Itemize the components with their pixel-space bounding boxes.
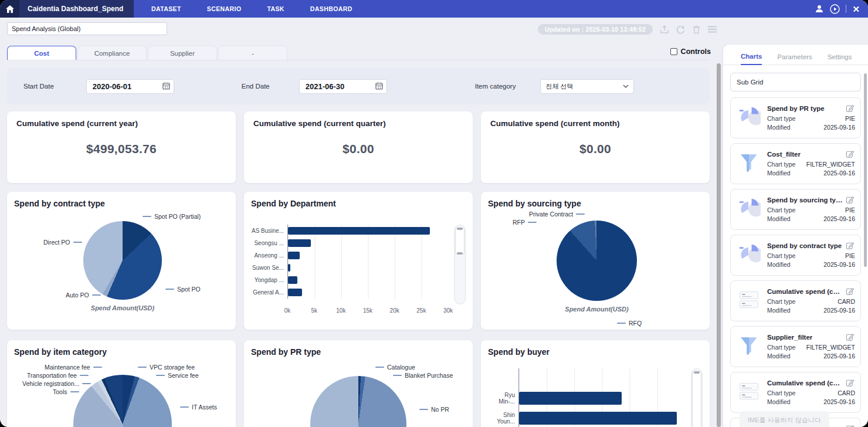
user-icon[interactable] (815, 4, 824, 13)
delete-icon[interactable] (693, 25, 700, 34)
modified-value: 2025-09-16 (823, 398, 855, 406)
tab-cost[interactable]: Cost (7, 46, 76, 60)
top-navbar: Caidentia Dashboard_Spend DATASET SCENAR… (0, 0, 868, 18)
leader-line (419, 409, 428, 410)
chart-list-item[interactable]: Spend by contract typeChart typePIEModif… (730, 235, 861, 276)
bar-category-labels: Ryu Min-...Shin Youn... (488, 368, 518, 427)
kpi-value: $0.00 (244, 142, 473, 156)
controls-toggle[interactable]: Controls (670, 48, 711, 56)
pie-chart-pr-type[interactable]: CatalogueBlanket PurchaseNo PR (251, 359, 466, 427)
pie-chart-sourcing-type[interactable]: RFQRFPPrivate ContractSpend Amount(USD) (488, 211, 703, 328)
main-scrollbar[interactable] (717, 63, 721, 427)
chart-title: Spend by sourcing type (488, 199, 703, 208)
calendar-icon[interactable] (375, 82, 383, 90)
pie-slice-label: Direct PO (43, 239, 82, 246)
edit-icon[interactable] (846, 241, 855, 250)
bar-chart-department[interactable]: AS Busine...Seongsu ...Anseong ...Suwon … (251, 211, 466, 328)
nav-item-dataset[interactable]: DATASET (143, 5, 189, 12)
edit-icon[interactable] (846, 195, 855, 204)
menu-icon[interactable] (708, 26, 717, 33)
end-date-input[interactable] (299, 79, 387, 94)
export-icon[interactable] (660, 25, 669, 34)
pie-contract_type (83, 221, 162, 300)
leader-line (92, 294, 101, 296)
chart-list-item[interactable]: Cost_filterChart typeFILTER_WIDGETModifi… (730, 143, 861, 184)
pie-chart-icon (736, 241, 762, 267)
bar-category-label: General A... (251, 286, 287, 299)
zoom-slider[interactable] (691, 368, 703, 427)
bar[interactable] (288, 264, 290, 272)
chart-title: Spend by item category (14, 347, 229, 357)
slider-handle[interactable] (457, 228, 463, 230)
edit-icon[interactable] (846, 333, 855, 341)
bar[interactable] (288, 252, 300, 259)
chevron-down-icon (623, 84, 629, 88)
sidebar-tab-parameters[interactable]: Parameters (777, 53, 812, 65)
kpi-card-quarter: Cumulative spend (current quarter) $0.00 (244, 111, 473, 183)
bar-row (519, 388, 685, 408)
pie-slice-label: RFQ (617, 320, 642, 327)
card-chart-icon (736, 287, 762, 313)
dashboard-name-input[interactable] (7, 22, 167, 35)
kpi-card-month: Cumulative spend (current month) $0.00 (481, 111, 710, 183)
home-icon (6, 5, 14, 13)
chart-list-item[interactable]: Supplier_filterChart typeFILTER_WIDGETMo… (730, 326, 861, 367)
play-icon[interactable] (830, 4, 840, 14)
nav-item-task[interactable]: TASK (259, 5, 292, 12)
edit-icon[interactable] (846, 424, 855, 427)
filter-chart-icon (736, 150, 762, 175)
tab-supplier[interactable]: Supplier (148, 46, 217, 60)
bar[interactable] (288, 289, 302, 296)
x-axis-tick: 5k (311, 307, 317, 314)
chart-list-item[interactable]: Cumulative spend (current ...Chart typeC… (730, 280, 861, 321)
nav-item-dashboard[interactable]: DASHBOARD (302, 5, 361, 12)
slider-handle[interactable] (457, 252, 463, 255)
zoom-slider-thumb[interactable] (692, 371, 701, 427)
pie-label-text: IT Assets (192, 404, 217, 411)
chart-list-item[interactable]: Spend by sourcing typeChart typePIEModif… (730, 189, 861, 230)
chart-title: Spend by buyer (488, 347, 703, 357)
close-icon[interactable]: ✕ (852, 5, 860, 13)
zoom-slider[interactable] (454, 225, 466, 304)
zoom-slider-thumb[interactable] (455, 228, 464, 255)
edit-icon[interactable] (846, 104, 855, 113)
edit-icon[interactable] (846, 150, 855, 158)
start-date-input[interactable] (86, 79, 174, 94)
sidebar-tab-settings[interactable]: Settings (828, 53, 852, 65)
pie-chart-item-category[interactable]: VPC storage feeService feeIT AssetsTools… (14, 359, 229, 427)
bar[interactable] (288, 276, 297, 284)
updated-badge: Updated on : 2025-03-10 13:49:52 (538, 24, 653, 35)
controls-checkbox[interactable] (670, 48, 677, 55)
pie-label-text: Vehicle registration... (22, 380, 79, 387)
sidebar-scrollbar[interactable] (864, 73, 867, 267)
bar[interactable] (519, 412, 677, 425)
pie-label-text: RFP (513, 219, 525, 226)
app-title: Caidentia Dashboard_Spend (19, 0, 134, 18)
bar[interactable] (288, 227, 430, 235)
bar-chart-buyer[interactable]: Ryu Min-...Shin Youn... (488, 359, 703, 427)
modified-label: Modified (767, 215, 791, 223)
refresh-icon[interactable] (676, 25, 685, 34)
edit-icon[interactable] (846, 287, 855, 296)
slider-handle[interactable] (694, 371, 700, 374)
item-category-select[interactable]: 전체 선택 (540, 79, 634, 94)
calendar-icon[interactable] (162, 82, 170, 90)
right-sidebar: Charts Parameters Settings Sub Grid Spen… (723, 45, 868, 427)
bar[interactable] (288, 239, 311, 247)
bar[interactable] (519, 392, 622, 405)
chart-type-value: PIE (845, 206, 855, 215)
tab-compliance[interactable]: Compliance (77, 46, 147, 60)
chart-list-item[interactable]: Cumulative spend (current ...Chart typeC… (730, 372, 861, 413)
edit-icon[interactable] (846, 378, 855, 387)
pie-chart-contract-type[interactable]: Spot PO (Partial)Spot POAuto PODirect PO… (14, 211, 229, 328)
pie-slice-label: Service fee (156, 372, 199, 379)
x-axis-tick: 15k (363, 307, 372, 314)
chart-list-item[interactable]: Spend by PR typeChart typePIEModified202… (730, 97, 861, 138)
tab-dash[interactable]: - (218, 46, 287, 60)
sub-grid-select[interactable]: Sub Grid (730, 73, 861, 92)
chart-type-value: FILTER_WIDGET (806, 160, 855, 169)
home-button[interactable] (0, 0, 19, 18)
chart-type-label: Chart type (767, 206, 795, 215)
sidebar-tab-charts[interactable]: Charts (741, 53, 762, 65)
nav-item-scenario[interactable]: SCENARIO (199, 5, 250, 12)
